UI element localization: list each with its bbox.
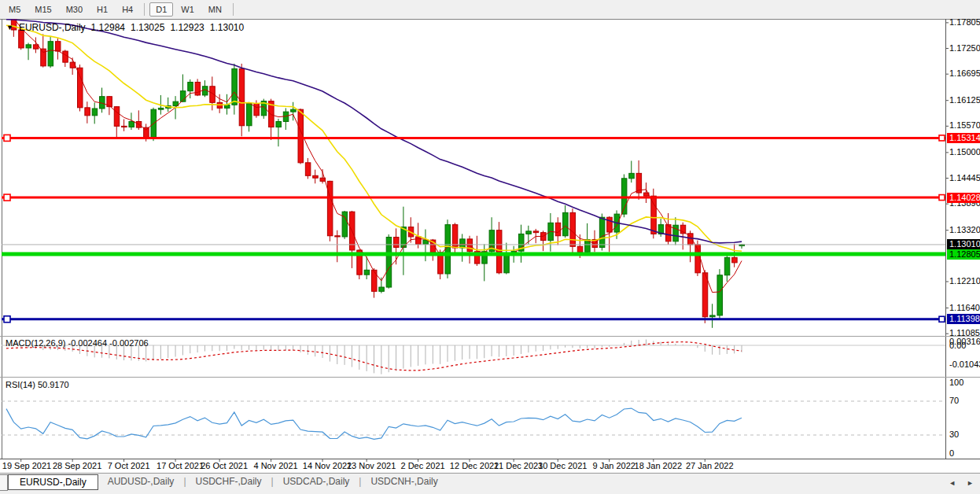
current-bid-line-price-label: 1.13010 [947, 239, 980, 249]
price-tick-label: 1.15000 [949, 147, 980, 157]
rsi-scale-30: 30 [949, 429, 959, 439]
date-tick-label: 28 Sep 2021 [53, 461, 101, 470]
date-tick-label: 30 Dec 2021 [538, 461, 587, 470]
date-tick-label: 19 Sep 2021 [2, 461, 51, 470]
resistance-line-1-price-label: 1.15314 [947, 133, 980, 143]
rsi-pane [6, 408, 742, 439]
price-tick-label: 1.13320 [949, 225, 980, 234]
tab-scroll-left-icon[interactable]: ◄ [949, 479, 956, 487]
macd-scale-min: -0.010432 [949, 359, 980, 369]
ma-mid-line [6, 25, 742, 251]
main-price-pane [4, 19, 745, 328]
date-tick-label: 21 Dec 2021 [494, 461, 543, 470]
date-tick-label: 4 Nov 2021 [253, 461, 297, 470]
timeframe-button-m5[interactable]: M5 [2, 2, 27, 17]
chart-tab-audusd[interactable]: AUDUSD-,Daily [98, 474, 184, 488]
resistance-line-1-left-marker[interactable] [4, 135, 10, 141]
chart-tab-usdcnh[interactable]: USDCNH-,Daily [361, 474, 447, 488]
tab-scroll-buttons: ◄ ► [949, 479, 974, 487]
date-tick-label: 18 Jan 2022 [635, 461, 683, 470]
rsi-scale-0: 0 [949, 448, 954, 458]
rsi-line [6, 408, 742, 439]
date-tick-label: 14 Nov 2021 [303, 461, 352, 470]
macd-indicator-label: MACD(12,26,9) -0.002464 -0.002706 [6, 338, 149, 348]
price-tick-label: 1.15570 [949, 120, 980, 130]
resistance-line-1-right-marker[interactable] [939, 135, 945, 141]
macd-scale-zero: 0.00 [949, 341, 966, 350]
price-tick-label: 1.16125 [949, 95, 980, 105]
symbol-dropdown-icon[interactable]: ▼ [6, 24, 13, 31]
date-tick-label: 2 Dec 2021 [400, 461, 444, 470]
timeframe-button-mn[interactable]: MN [202, 2, 228, 17]
rsi-scale-70: 70 [949, 396, 959, 405]
chart-title-symbol: EURUSD-,Daily [19, 22, 86, 33]
mt4-window: M5M15M30H1H4D1W1MN ▼ EURUSD-,Daily 1.129… [0, 0, 980, 494]
timeframe-button-d1[interactable]: D1 [149, 2, 173, 17]
date-tick-label: 9 Jan 2022 [592, 461, 635, 470]
timeframe-button-m15[interactable]: M15 [28, 2, 57, 17]
price-axis: 1.178051.172501.166951.161251.155701.150… [945, 19, 980, 473]
toolbar-separator [144, 3, 145, 16]
date-axis: 19 Sep 202128 Sep 20217 Oct 202117 Oct 2… [0, 459, 980, 473]
resistance-line-2-price-label: 1.14028 [947, 193, 980, 203]
ma-fast-line [6, 19, 742, 293]
candles-layer [4, 19, 745, 328]
tab-scroll-right-icon[interactable]: ► [967, 479, 974, 487]
chart-panel: ▼ EURUSD-,Daily 1.12984 1.13025 1.12923 … [0, 19, 980, 473]
chart-tab-usdchf[interactable]: USDCHF-,Daily [186, 474, 271, 488]
date-tick-label: 23 Nov 2021 [347, 461, 396, 470]
chart-tab-usdcad[interactable]: USDCAD-,Daily [274, 474, 359, 488]
date-tick-label: 26 Oct 2021 [201, 461, 248, 470]
support-line-2-price-label: 1.11398 [947, 314, 980, 324]
chart-tab-eurusd[interactable]: EURUSD-,Daily [8, 474, 98, 490]
price-tick-label: 1.14445 [949, 173, 980, 182]
rsi-indicator-label: RSI(14) 50.9170 [6, 380, 69, 389]
chart-title-bar: ▼ EURUSD-,Daily 1.12984 1.13025 1.12923 … [6, 22, 244, 33]
timeframe-button-w1[interactable]: W1 [175, 2, 201, 17]
chart-tab-bar: EURUSD-,DailyAUDUSD-,Daily|USDCHF-,Daily… [0, 473, 980, 494]
date-tick-label: 17 Oct 2021 [157, 461, 204, 470]
price-tick-label: 1.17250 [949, 43, 980, 53]
date-tick-label: 27 Jan 2022 [686, 461, 734, 470]
timeframe-button-m30[interactable]: M30 [60, 2, 89, 17]
support-line-2-right-marker[interactable] [939, 316, 945, 322]
tab-strip-edge [0, 474, 8, 491]
date-tick-label: 7 Oct 2021 [108, 461, 150, 470]
price-tick-label: 1.12210 [949, 276, 980, 286]
rsi-scale-100: 100 [949, 378, 963, 387]
date-tick-label: 12 Dec 2021 [450, 461, 499, 470]
support-line-1-price-label: 1.12805 [947, 249, 980, 260]
ohlc-low: 1.12923 [170, 22, 204, 33]
ohlc-high: 1.13025 [131, 22, 164, 33]
price-tick-label: 1.11640 [949, 303, 980, 312]
ma-slow-line [6, 20, 742, 243]
ohlc-close: 1.13010 [210, 22, 244, 33]
resistance-line-2-right-marker[interactable] [939, 195, 945, 201]
chart-canvas [0, 19, 980, 473]
timeframe-button-h1[interactable]: H1 [90, 2, 114, 17]
price-tick-label: 1.16695 [949, 68, 980, 78]
timeframe-toolbar: M5M15M30H1H4D1W1MN [0, 0, 980, 19]
timeframe-button-h4[interactable]: H4 [116, 2, 139, 17]
ohlc-open: 1.12984 [91, 22, 125, 33]
price-tick-label: 1.17805 [949, 17, 980, 27]
resistance-line-2-left-marker[interactable] [4, 194, 10, 201]
chart-tabs: EURUSD-,DailyAUDUSD-,Daily|USDCHF-,Daily… [8, 474, 448, 490]
toolbar-separator [233, 3, 234, 16]
support-line-2-left-marker[interactable] [4, 316, 10, 323]
